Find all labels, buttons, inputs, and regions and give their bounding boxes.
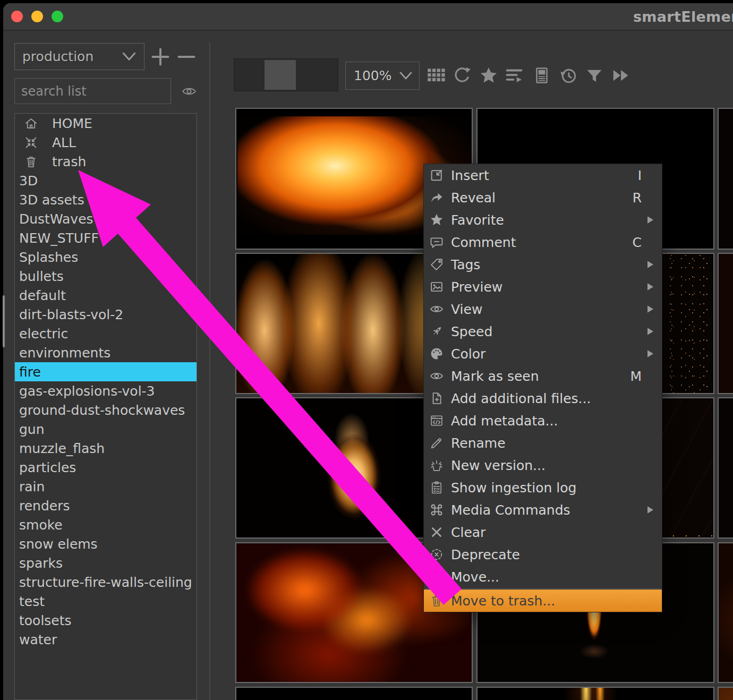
- sidebar-item-dirt-blasts-vol-2[interactable]: dirt-blasts-vol-2: [15, 305, 197, 324]
- list-view-button[interactable]: [532, 65, 552, 86]
- slider-handle[interactable]: [265, 60, 296, 90]
- sidebar-item-gas-explosions-vol-3[interactable]: gas-explosions-vol-3: [15, 381, 197, 400]
- edge-scrollbar[interactable]: [3, 295, 5, 347]
- filter-icon: [584, 65, 604, 86]
- file-plus-icon: [429, 391, 444, 406]
- menu-item-label: Favorite: [451, 212, 504, 228]
- sort-button[interactable]: [504, 65, 524, 86]
- menu-item-insert[interactable]: InsertI: [424, 164, 662, 186]
- menu-item-clear[interactable]: Clear: [424, 521, 662, 543]
- thumbnail-image: [719, 543, 733, 682]
- sidebar-item-label: renders: [19, 498, 70, 514]
- menu-item-show-ingestion-log[interactable]: Show ingestion log: [424, 476, 662, 499]
- zoom-button[interactable]: [52, 11, 63, 22]
- menu-item-color[interactable]: Color: [424, 343, 662, 365]
- skip-forward-button[interactable]: [611, 65, 631, 86]
- sidebar-item-water[interactable]: water: [15, 630, 197, 649]
- menu-item-deprecate[interactable]: Deprecate: [424, 543, 662, 566]
- sidebar-item-label: trash: [52, 154, 86, 169]
- remove-list-button[interactable]: [176, 47, 197, 67]
- sidebar-item-trash[interactable]: trash: [15, 152, 197, 171]
- insert-icon: [429, 168, 444, 183]
- menu-item-label: Move to trash...: [451, 593, 555, 609]
- thumbnail-image: [719, 398, 733, 537]
- context-menu: InsertIRevealRFavoriteCommentCTagsPrevie…: [423, 164, 662, 612]
- menu-item-new-version[interactable]: New version...: [424, 454, 662, 476]
- minus-icon: [176, 47, 197, 67]
- sidebar-item-label: environments: [19, 345, 110, 361]
- sidebar-item-renders[interactable]: renders: [15, 496, 197, 515]
- menu-item-favorite[interactable]: Favorite: [424, 209, 662, 231]
- thumbnail-ember-edge[interactable]: [718, 687, 733, 700]
- sidebar-item-home[interactable]: HOME: [15, 114, 197, 133]
- sidebar-item-label: test: [19, 594, 45, 609]
- menu-item-move[interactable]: Move...: [424, 566, 662, 588]
- sidebar-item-snow-elems[interactable]: snow elems: [15, 534, 197, 553]
- sidebar-item-rain[interactable]: rain: [15, 477, 197, 496]
- menu-item-label: Insert: [451, 168, 489, 183]
- zoom-dropdown[interactable]: 100%: [345, 62, 420, 90]
- thumbnail-film-strip[interactable]: [235, 687, 473, 700]
- thumbnail-small-flames[interactable]: [476, 687, 714, 700]
- tag-icon: [429, 257, 444, 272]
- sidebar-item-label: snow elems: [19, 536, 98, 552]
- eye-icon: [429, 302, 444, 317]
- visibility-toggle-button[interactable]: [180, 83, 199, 99]
- sidebar-item-3d[interactable]: 3D: [15, 171, 197, 190]
- sidebar-item-environments[interactable]: environments: [15, 343, 197, 362]
- sidebar-item-label: gas-explosions-vol-3: [19, 383, 155, 399]
- menu-item-move-to-trash[interactable]: Move to trash...: [424, 590, 662, 612]
- sidebar-item-label: 3D: [19, 173, 38, 189]
- thumbnail-dark-frame[interactable]: [718, 397, 733, 539]
- menu-item-label: Preview: [451, 279, 502, 295]
- grid-view-button[interactable]: [426, 65, 446, 86]
- menu-item-label: Rename: [451, 436, 506, 451]
- sidebar-item-splashes[interactable]: Splashes: [15, 247, 197, 267]
- sidebar-item-gun[interactable]: gun: [15, 420, 197, 439]
- filter-button[interactable]: [584, 65, 604, 86]
- menu-item-speed[interactable]: Speed: [424, 320, 662, 343]
- panel-splitter[interactable]: [209, 42, 210, 700]
- menu-item-reveal[interactable]: RevealR: [424, 186, 662, 209]
- sidebar-item-label: muzzle_flash: [19, 441, 105, 456]
- submenu-arrow-icon: [647, 305, 653, 313]
- sidebar-item-electric[interactable]: electric: [15, 324, 197, 343]
- home-icon: [24, 116, 38, 131]
- refresh-button[interactable]: [452, 65, 472, 86]
- sidebar-item-fire[interactable]: fire: [15, 362, 197, 381]
- sidebar-item-ground-dust-shockwaves[interactable]: ground-dust-shockwaves: [15, 400, 197, 420]
- sidebar-item-bullets[interactable]: bullets: [15, 267, 197, 286]
- sidebar-item-all[interactable]: ALL: [15, 133, 197, 152]
- search-input[interactable]: [15, 79, 171, 104]
- minimize-button[interactable]: [31, 11, 43, 22]
- sidebar-item-sparks[interactable]: sparks: [15, 553, 197, 573]
- sidebar-item-structure-fire-walls-ceiling[interactable]: structure-fire-walls-ceiling: [15, 573, 197, 592]
- menu-item-rename[interactable]: Rename: [424, 432, 662, 454]
- sidebar-item-particles[interactable]: particles: [15, 458, 197, 477]
- sidebar-item-3d-assets[interactable]: 3D assets: [15, 190, 197, 209]
- menu-item-tags[interactable]: Tags: [424, 253, 662, 276]
- menu-item-media-commands[interactable]: Media Commands: [424, 499, 662, 521]
- close-button[interactable]: [11, 11, 23, 22]
- list-selector-dropdown[interactable]: production: [14, 43, 144, 70]
- menu-item-add-additional-files[interactable]: Add additional files...: [424, 387, 662, 409]
- thumbnail-dark-frame[interactable]: [718, 108, 733, 250]
- add-list-button[interactable]: [150, 47, 171, 67]
- sidebar-item-dustwaves[interactable]: DustWaves: [15, 209, 197, 228]
- sidebar-item-smoke[interactable]: smoke: [15, 515, 197, 534]
- favorites-button[interactable]: [479, 65, 499, 86]
- menu-item-add-metadata[interactable]: Add metadata...: [424, 409, 662, 432]
- menu-item-view[interactable]: View: [424, 298, 662, 320]
- menu-item-comment[interactable]: CommentC: [424, 231, 662, 253]
- sidebar-item-new-stuff[interactable]: NEW_STUFF: [15, 228, 197, 247]
- sidebar-item-default[interactable]: default: [15, 286, 197, 305]
- thumbnail-size-slider[interactable]: [234, 58, 338, 91]
- sidebar-item-test[interactable]: test: [15, 592, 197, 611]
- thumbnail-flame-edge[interactable]: [718, 542, 733, 683]
- sidebar-item-muzzle-flash[interactable]: muzzle_flash: [15, 439, 197, 458]
- menu-item-mark-as-seen[interactable]: Mark as seenM: [424, 365, 662, 387]
- thumbnail-ember-haze[interactable]: [718, 253, 733, 394]
- sidebar-item-toolsets[interactable]: toolsets: [15, 611, 197, 630]
- menu-item-preview[interactable]: Preview: [424, 276, 662, 298]
- history-button[interactable]: [558, 65, 578, 86]
